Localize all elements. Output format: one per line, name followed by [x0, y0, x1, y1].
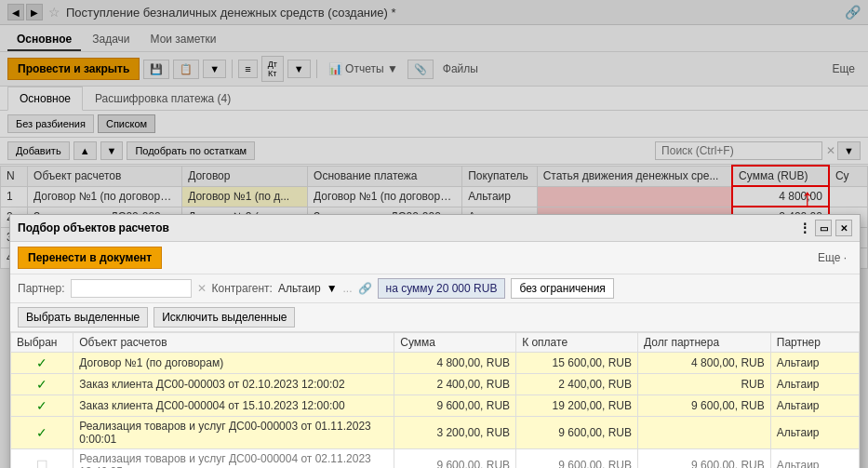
- dialog-check[interactable]: ✓: [11, 353, 73, 374]
- dialog-oplata: 9 600,00, RUB: [516, 417, 638, 449]
- dialog-oplata: 19 200,00, RUB: [516, 395, 638, 417]
- dialog-check[interactable]: ✓: [11, 417, 73, 449]
- check-green-icon: ✓: [36, 398, 47, 413]
- dialog-more-button[interactable]: Еще ·: [812, 248, 852, 267]
- dialog-obj: Договор №1 (по договорам): [73, 353, 394, 374]
- dialog-close-button[interactable]: ✕: [835, 220, 852, 236]
- dh-check: Выбран: [11, 333, 73, 353]
- kontragent-value: Альтаир: [278, 282, 321, 295]
- dialog-sum: 9 600,00, RUB: [394, 395, 516, 417]
- dialog-table-wrap: Выбран Объект расчетов Сумма К оплате До…: [10, 332, 860, 468]
- dialog-table-row[interactable]: ✓ Договор №1 (по договорам) 4 800,00, RU…: [11, 353, 860, 374]
- dh-partner: Партнер: [770, 333, 859, 353]
- check-empty-icon: ☐: [36, 458, 48, 468]
- dialog-table: Выбран Объект расчетов Сумма К оплате До…: [10, 332, 860, 468]
- kontragent-clear-icon[interactable]: ...: [343, 282, 353, 295]
- dialog-title-bar: Подбор объектов расчетов ⋮ ▭ ✕: [10, 215, 860, 242]
- dialog-title: Подбор объектов расчетов: [18, 221, 798, 234]
- dialog-dolg: RUB: [638, 374, 771, 395]
- transfer-button[interactable]: Перенести в документ: [18, 247, 162, 269]
- dialog-oplata: 2 400,00, RUB: [516, 374, 638, 395]
- dialog-dolg: 9 600,00, RUB: [638, 395, 771, 417]
- dialog-obj: Заказ клиента ДС00-000003 от 02.10.2023 …: [73, 374, 394, 395]
- dialog-more-icon[interactable]: ⋮: [798, 221, 811, 235]
- dialog-dolg: [638, 417, 771, 449]
- kontragent-dropdown-icon[interactable]: ▼: [327, 282, 338, 295]
- select-all-button[interactable]: Выбрать выделенные: [18, 307, 148, 328]
- dialog-filter-row: Партнер: ✕ Контрагент: Альтаир ▼ ... 🔗 н…: [10, 274, 860, 303]
- dh-dolg: Долг партнера: [638, 333, 771, 353]
- dh-oplata: К оплате: [516, 333, 638, 353]
- partner-input[interactable]: [71, 279, 192, 298]
- dialog-check[interactable]: ✓: [11, 395, 73, 417]
- dialog-dolg: 9 600,00, RUB: [638, 449, 771, 469]
- dialog-partner: Альтаир: [770, 353, 859, 374]
- dialog-sum: 3 200,00, RUB: [394, 417, 516, 449]
- dialog-table-row[interactable]: ☐ Реализация товаров и услуг ДС00-000004…: [11, 449, 860, 469]
- dialog-partner: Альтаир: [770, 417, 859, 449]
- dialog-check[interactable]: ☐: [11, 449, 73, 469]
- kontragent-label: Контрагент:: [212, 282, 273, 295]
- check-green-icon: ✓: [36, 425, 47, 440]
- dialog-partner: Альтаир: [770, 395, 859, 417]
- dialog-obj: Заказ клиента ДС00-000004 от 15.10.2023 …: [73, 395, 394, 417]
- dialog-toolbar: Перенести в документ Еще ·: [10, 242, 860, 274]
- partner-label: Партнер:: [18, 282, 65, 295]
- dialog-partner: Альтаир: [770, 374, 859, 395]
- dialog-table-row[interactable]: ✓ Заказ клиента ДС00-000003 от 02.10.202…: [11, 374, 860, 395]
- amount-button[interactable]: на сумму 20 000 RUB: [378, 278, 506, 299]
- dialog-obj: Реализация товаров и услуг ДС00-000003 о…: [73, 417, 394, 449]
- dialog-table-row[interactable]: ✓ Реализация товаров и услуг ДС00-000003…: [11, 417, 860, 449]
- dialog-obj: Реализация товаров и услуг ДС00-000004 о…: [73, 449, 394, 469]
- nolimit-button[interactable]: без ограничения: [511, 278, 613, 299]
- dialog-partner: Альтаир: [770, 449, 859, 469]
- dh-sum: Сумма: [394, 333, 516, 353]
- kontragent-link-icon[interactable]: 🔗: [358, 282, 372, 295]
- dialog-oplata: 15 600,00, RUB: [516, 353, 638, 374]
- exclude-button[interactable]: Исключить выделенные: [154, 307, 295, 328]
- selection-dialog: Подбор объектов расчетов ⋮ ▭ ✕ Перенести…: [9, 214, 861, 468]
- dialog-dolg: 4 800,00, RUB: [638, 353, 771, 374]
- dialog-minimize-button[interactable]: ▭: [815, 220, 832, 236]
- dialog-sum: 4 800,00, RUB: [394, 353, 516, 374]
- check-green-icon: ✓: [36, 377, 47, 392]
- filter-clear-icon[interactable]: ✕: [197, 282, 207, 295]
- actions-row: Выбрать выделенные Исключить выделенные: [10, 303, 860, 332]
- dialog-icons: ⋮ ▭ ✕: [798, 220, 852, 236]
- check-green-icon: ✓: [36, 355, 47, 370]
- dialog-oplata: 9 600,00, RUB: [516, 449, 638, 469]
- dh-obj: Объект расчетов: [73, 333, 394, 353]
- dialog-check[interactable]: ✓: [11, 374, 73, 395]
- dialog-sum: 2 400,00, RUB: [394, 374, 516, 395]
- dialog-table-row[interactable]: ✓ Заказ клиента ДС00-000004 от 15.10.202…: [11, 395, 860, 417]
- dialog-sum: 9 600,00, RUB: [394, 449, 516, 469]
